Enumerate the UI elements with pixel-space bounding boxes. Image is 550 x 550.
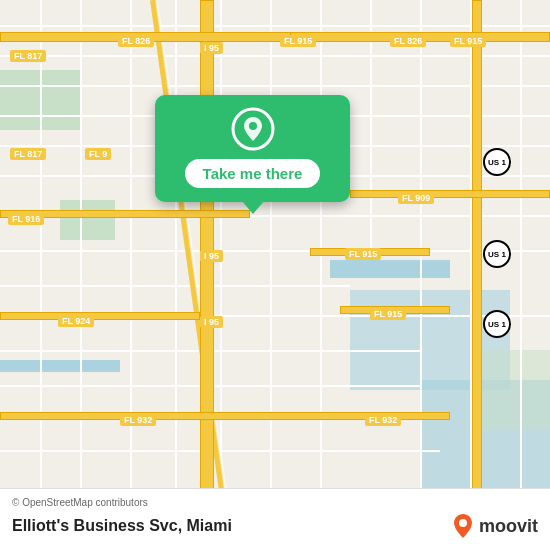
us1-highway — [472, 0, 482, 550]
map-container: FL 826 FL 826 FL 817 FL 817 FL 9 FL 915 … — [0, 0, 550, 550]
street-h-1 — [0, 25, 550, 27]
label-fl924: FL 924 — [58, 315, 94, 327]
label-i95-top: I 95 — [200, 42, 223, 54]
label-i95-mid: I 95 — [200, 250, 223, 262]
i95-highway — [200, 0, 214, 550]
moovit-pin-icon — [451, 512, 475, 540]
label-us1-mid: US 1 — [483, 240, 511, 268]
street-h-3 — [0, 85, 550, 87]
label-us1-top: US 1 — [483, 148, 511, 176]
location-popup[interactable]: Take me there — [155, 95, 350, 202]
label-fl817-bot: FL 817 — [10, 148, 46, 160]
map-attribution: © OpenStreetMap contributors — [12, 497, 538, 508]
label-fl932-right: FL 932 — [365, 414, 401, 426]
take-me-there-button[interactable]: Take me there — [185, 159, 321, 188]
business-info-row: Elliott's Business Svc, Miami moovit — [12, 512, 538, 540]
street-h-2 — [0, 55, 550, 57]
label-fl826-right: FL 826 — [390, 35, 426, 47]
moovit-text: moovit — [479, 516, 538, 537]
green-3 — [470, 350, 550, 430]
label-fl817-top: FL 817 — [10, 50, 46, 62]
label-fl826-left: FL 826 — [118, 35, 154, 47]
label-fl915-top-left: FL 915 — [280, 35, 316, 47]
water-canal-1 — [0, 360, 120, 372]
label-us1-low: US 1 — [483, 310, 511, 338]
label-fl915-low: FL 915 — [370, 308, 406, 320]
location-pin-icon — [231, 107, 275, 151]
moovit-logo: moovit — [451, 512, 538, 540]
street-v-11 — [520, 0, 522, 500]
water-canal-2 — [330, 260, 450, 278]
street-h-8 — [0, 250, 550, 252]
label-fl915-top-right: FL 915 — [450, 35, 486, 47]
label-fl9: FL 9 — [85, 148, 111, 160]
label-fl909: FL 909 — [398, 192, 434, 204]
street-v-1 — [40, 0, 42, 500]
fl924-highway — [0, 312, 200, 320]
svg-point-2 — [459, 519, 467, 527]
label-i95-low: I 95 — [200, 316, 223, 328]
bottom-bar: © OpenStreetMap contributors Elliott's B… — [0, 488, 550, 550]
street-v-6 — [270, 0, 272, 500]
street-v-4 — [175, 0, 177, 500]
svg-point-1 — [249, 122, 257, 130]
label-fl932-left: FL 932 — [120, 414, 156, 426]
fl909-highway — [350, 190, 550, 198]
label-fl916: FL 916 — [8, 213, 44, 225]
street-v-2 — [80, 0, 82, 500]
label-fl915-mid: FL 915 — [345, 248, 381, 260]
business-name: Elliott's Business Svc, Miami — [12, 517, 232, 535]
green-2 — [60, 200, 115, 240]
